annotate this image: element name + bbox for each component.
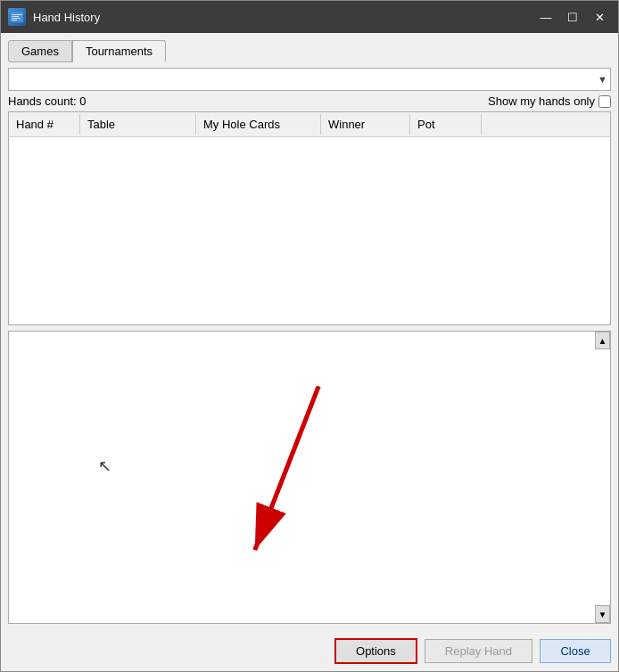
tab-games[interactable]: Games xyxy=(8,40,72,62)
col-winner: Winner xyxy=(321,114,410,135)
lower-panel-inner: ↖ ▲ ▼ xyxy=(9,332,610,623)
tab-tournaments[interactable]: Tournaments xyxy=(72,40,166,62)
annotation-arrow xyxy=(9,332,610,623)
show-my-hands-label: Show my hands only xyxy=(488,94,595,108)
footer: Options Replay Hand Close xyxy=(1,631,618,671)
scrollbar-up-button[interactable]: ▲ xyxy=(595,332,610,349)
table-header: Hand # Table My Hole Cards Winner Pot xyxy=(9,112,610,137)
minimize-button[interactable]: — xyxy=(534,7,557,27)
show-my-hands-only-row: Show my hands only xyxy=(488,94,611,108)
filter-dropdown-row: ▼ xyxy=(8,68,611,91)
col-pot: Pot xyxy=(410,114,482,135)
hands-table-panel: Hand # Table My Hole Cards Winner Pot xyxy=(8,111,611,325)
col-table: Table xyxy=(80,114,196,135)
svg-line-6 xyxy=(255,386,318,550)
maximize-button[interactable]: ☐ xyxy=(561,7,584,27)
close-button[interactable]: Close xyxy=(540,639,611,663)
close-window-button[interactable]: ✕ xyxy=(588,7,611,27)
svg-rect-3 xyxy=(12,18,21,19)
replay-hand-button[interactable]: Replay Hand xyxy=(425,639,532,663)
filter-dropdown-wrapper: ▼ xyxy=(8,68,611,91)
svg-rect-2 xyxy=(12,16,19,17)
window-icon xyxy=(8,8,26,26)
col-hole-cards: My Hole Cards xyxy=(196,114,321,135)
window-controls: — ☐ ✕ xyxy=(534,7,611,27)
col-hand-num: Hand # xyxy=(9,114,80,135)
window-title: Hand History xyxy=(33,11,534,24)
svg-rect-1 xyxy=(12,14,22,15)
filter-dropdown[interactable] xyxy=(8,68,611,91)
table-body xyxy=(9,137,610,298)
cursor-icon: ↖ xyxy=(98,456,111,476)
lower-panel: ↖ ▲ ▼ xyxy=(8,331,611,624)
tab-bar: Games Tournaments xyxy=(8,40,611,62)
col-extra xyxy=(482,121,610,128)
svg-rect-4 xyxy=(12,20,17,20)
hands-count-bar: Hands count: 0 Show my hands only xyxy=(8,94,611,108)
show-my-hands-checkbox[interactable] xyxy=(598,95,611,108)
content-area: Games Tournaments ▼ Hands count: 0 Show … xyxy=(1,33,618,631)
main-window: Hand History — ☐ ✕ Games Tournaments ▼ xyxy=(0,0,619,672)
hands-count-label: Hands count: 0 xyxy=(8,94,86,108)
title-bar: Hand History — ☐ ✕ xyxy=(1,1,618,33)
scrollbar-down-button[interactable]: ▼ xyxy=(595,605,610,623)
options-button[interactable]: Options xyxy=(334,638,417,664)
